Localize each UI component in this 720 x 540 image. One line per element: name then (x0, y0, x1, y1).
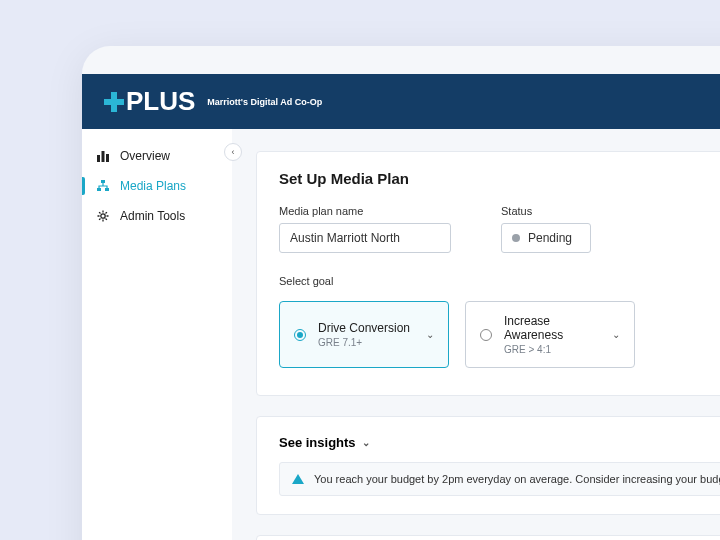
insights-alert-text: You reach your budget by 2pm everyday on… (314, 473, 720, 485)
goal-label: Select goal (279, 275, 635, 287)
setup-row-1: Media plan name Status Pending Select ho… (279, 205, 720, 253)
sidebar-item-media-plans[interactable]: Media Plans (82, 171, 232, 201)
svg-rect-3 (101, 180, 105, 183)
main: Set Up Media Plan Media plan name Status… (232, 129, 720, 540)
sidebar-item-admin-tools[interactable]: Admin Tools (82, 201, 232, 231)
insights-panel: See insights ⌄ You reach your budget by … (256, 416, 720, 515)
sidebar-item-overview[interactable]: Overview (82, 141, 232, 171)
svg-rect-0 (97, 155, 100, 162)
body: ‹ Overview Media Plans Admin Tools (82, 129, 720, 540)
brand-name: PLUS (126, 86, 195, 117)
setup-row-2: Select goal Drive Conversion GRE 7.1+ ⌄ (279, 275, 720, 377)
insights-alert: You reach your budget by 2pm everyday on… (279, 462, 720, 496)
sidebar-item-label: Media Plans (120, 179, 186, 193)
bar-chart-icon (96, 149, 110, 163)
topbar: PLUS Marriott's Digital Ad Co-Op (82, 74, 720, 129)
svg-rect-1 (102, 151, 105, 162)
status-dot-icon (512, 234, 520, 242)
insights-toggle[interactable]: See insights ⌄ (279, 435, 720, 450)
goal-sub: GRE 7.1+ (318, 337, 414, 348)
plan-name-input[interactable] (279, 223, 451, 253)
plan-name-label: Media plan name (279, 205, 451, 217)
sidebar-item-label: Overview (120, 149, 170, 163)
chevron-down-icon: ⌄ (362, 437, 370, 448)
warning-icon (292, 474, 304, 484)
app-window: PLUS Marriott's Digital Ad Co-Op ‹ Overv… (82, 46, 720, 540)
goal-option-increase-awareness[interactable]: Increase Awareness GRE > 4:1 ⌄ (465, 301, 635, 368)
sitemap-icon (96, 179, 110, 193)
status-text: Pending (528, 231, 572, 245)
chevron-down-icon: ⌄ (426, 329, 434, 340)
field-status: Status Pending (501, 205, 591, 253)
field-plan-name: Media plan name (279, 205, 451, 253)
status-value: Pending (501, 223, 591, 253)
svg-rect-5 (105, 188, 109, 191)
goal-title: Drive Conversion (318, 321, 414, 335)
radio-icon (480, 329, 492, 341)
goal-sub: GRE > 4:1 (504, 344, 600, 355)
sidebar-item-label: Admin Tools (120, 209, 185, 223)
goal-option-drive-conversion[interactable]: Drive Conversion GRE 7.1+ ⌄ (279, 301, 449, 368)
svg-point-6 (101, 214, 105, 218)
chevron-down-icon: ⌄ (612, 329, 620, 340)
goal-options: Drive Conversion GRE 7.1+ ⌄ Increase Awa… (279, 301, 635, 368)
setup-title: Set Up Media Plan (279, 170, 720, 187)
svg-rect-2 (106, 154, 109, 162)
setup-panel: Set Up Media Plan Media plan name Status… (256, 151, 720, 396)
svg-rect-4 (97, 188, 101, 191)
recommendation-panel: Media Plan Recommendation Media Plan Tot… (256, 535, 720, 540)
insights-title-text: See insights (279, 435, 356, 450)
radio-icon (294, 329, 306, 341)
goal-text: Increase Awareness GRE > 4:1 (504, 314, 600, 355)
logo: PLUS Marriott's Digital Ad Co-Op (104, 86, 322, 117)
brand-tagline: Marriott's Digital Ad Co-Op (207, 97, 322, 107)
plus-icon (104, 92, 124, 112)
field-goal: Select goal Drive Conversion GRE 7.1+ ⌄ (279, 275, 635, 377)
sidebar: ‹ Overview Media Plans Admin Tools (82, 129, 232, 540)
logo-mark: PLUS (104, 86, 195, 117)
status-label: Status (501, 205, 591, 217)
gear-icon (96, 209, 110, 223)
goal-text: Drive Conversion GRE 7.1+ (318, 321, 414, 348)
goal-title: Increase Awareness (504, 314, 600, 342)
